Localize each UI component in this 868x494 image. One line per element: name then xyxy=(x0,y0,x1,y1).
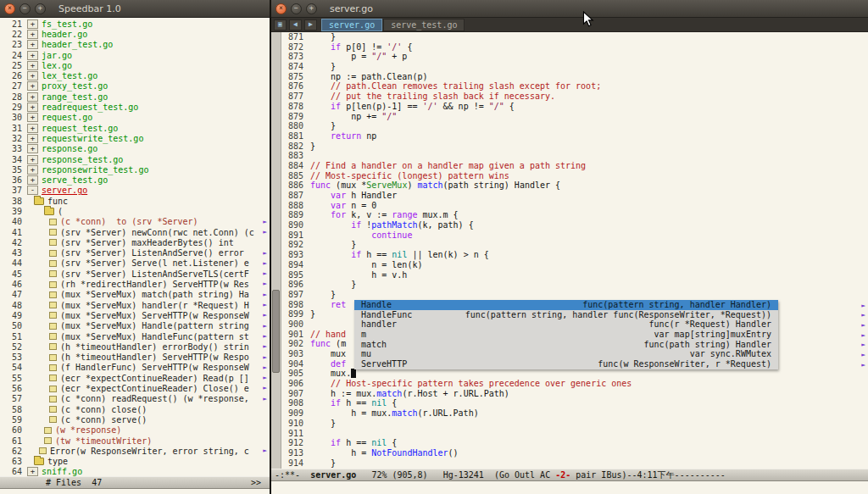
tag-label[interactable]: (srv *Server) ListenAndServe() error xyxy=(60,248,244,258)
speedbar-file-row[interactable]: 32+requestwrite_test.go xyxy=(0,133,270,143)
completion-item[interactable]: muvar sync.RWMutex xyxy=(354,349,778,359)
speedbar-file-row[interactable]: 27+proxy_test.go xyxy=(0,81,270,92)
code-line[interactable]: 911 xyxy=(281,429,868,439)
speedbar-tag-row[interactable]: 50(mux *ServeMux) Handle(pattern string► xyxy=(0,321,270,331)
tag-label[interactable]: (srv *Server) maxHeaderBytes() int xyxy=(60,238,234,247)
tab-scroll-right-button[interactable]: ▶ xyxy=(304,19,317,31)
file-name[interactable]: header.go xyxy=(42,30,87,39)
speedbar-file-row[interactable]: 21+fs_test.go xyxy=(0,19,270,29)
tag-label[interactable]: (w *response) xyxy=(55,425,121,435)
file-name[interactable]: jar.go xyxy=(42,51,72,60)
code-line[interactable]: 881 return np xyxy=(281,131,868,142)
speedbar-file-row[interactable]: 30+request.go xyxy=(0,113,270,123)
tag-label[interactable]: (ecr *expectContinueReader) Read(p [] xyxy=(60,374,249,383)
tag-label[interactable]: type xyxy=(47,457,68,466)
code-line[interactable]: 895 h = v.h xyxy=(281,270,868,280)
speedbar-tag-row[interactable]: 53(h *timeoutHandler) ServeHTTP(w Respo► xyxy=(0,352,270,363)
speedbar-scroll-right-button[interactable]: >> xyxy=(251,478,261,487)
scrollbar-thumb[interactable] xyxy=(272,290,280,373)
file-name[interactable]: readrequest_test.go xyxy=(42,103,138,112)
speedbar-tag-row[interactable]: 41(srv *Server) newConn(rwc net.Conn) (c… xyxy=(0,227,270,237)
speedbar-tag-row[interactable]: 44(srv *Server) Serve(l net.Listener) e► xyxy=(0,258,270,269)
code-line[interactable]: 910 } xyxy=(281,419,868,429)
file-name[interactable]: requestwrite_test.go xyxy=(42,134,143,143)
tag-label[interactable]: (c *conn) readRequest() (w *response, xyxy=(60,394,249,403)
code-line[interactable]: 892 } xyxy=(281,240,868,250)
code-line[interactable]: 872 if p[0] != '/' { xyxy=(281,42,868,53)
tag-label[interactable]: (c *conn) serve() xyxy=(60,415,147,425)
speedbar-file-row[interactable]: 36+serve_test.go xyxy=(0,175,270,185)
tag-label[interactable]: (mux *ServeMux) match(path string) Ha xyxy=(60,290,249,299)
tag-label[interactable]: (mux *ServeMux) handler(r *Request) H xyxy=(60,301,249,310)
maximize-button[interactable]: + xyxy=(306,3,317,14)
speedbar-file-row[interactable]: 24+jar.go xyxy=(0,50,270,60)
file-name[interactable]: proxy_test.go xyxy=(42,81,108,91)
code-line[interactable]: 890 if !pathMatch(k, path) { xyxy=(281,220,868,230)
tag-label[interactable]: (f HandlerFunc) ServeHTTP(w ResponseW xyxy=(60,363,249,372)
tab-scroll-left-button[interactable]: ◀ xyxy=(289,19,302,31)
speedbar-file-row[interactable]: 23+header_test.go xyxy=(0,40,270,50)
speedbar-file-row[interactable]: 25+lex.go xyxy=(0,60,270,70)
speedbar-file-row[interactable]: 37-server.go xyxy=(0,186,270,196)
completion-item[interactable]: handlerfunc(r *Request) Handler xyxy=(354,319,778,330)
tab-serve_test.go[interactable]: serve_test.go xyxy=(383,19,465,31)
tag-label[interactable]: (ecr *expectContinueReader) Close() e xyxy=(60,384,249,393)
speedbar-tag-row[interactable]: 47(mux *ServeMux) match(path string) Ha► xyxy=(0,290,270,300)
expand-toggle-button[interactable]: + xyxy=(27,155,38,164)
expand-toggle-button[interactable]: + xyxy=(27,40,38,49)
code-line[interactable]: 885// Most-specific (longest) pattern wi… xyxy=(281,171,868,181)
speedbar-tag-row[interactable]: 52(h *timeoutHandler) errorBody() strin► xyxy=(0,341,270,352)
code-line[interactable]: 891 continue xyxy=(281,230,868,241)
speedbar-tag-row[interactable]: 49(mux *ServeMux) ServeHTTP(w ResponseW► xyxy=(0,310,270,320)
file-name[interactable]: sniff.go xyxy=(42,467,82,476)
close-button[interactable]: × xyxy=(275,3,287,14)
speedbar-file-row[interactable]: 28+range_test.go xyxy=(0,92,270,102)
minimize-button[interactable]: − xyxy=(19,3,31,14)
expand-toggle-button[interactable]: - xyxy=(27,186,38,195)
speedbar-file-row[interactable]: 22+header.go xyxy=(0,29,270,39)
speedbar-tag-row[interactable]: 62Error(w ResponseWriter, error string, … xyxy=(0,446,270,456)
expand-toggle-button[interactable]: + xyxy=(27,61,38,70)
speedbar-tag-row[interactable]: 60(w *response) xyxy=(0,425,270,436)
tag-label[interactable]: (mux *ServeMux) Handle(pattern string xyxy=(60,321,249,330)
file-name[interactable]: request_test.go xyxy=(42,124,118,133)
code-line[interactable]: 905 mux. xyxy=(281,369,868,379)
expand-toggle-button[interactable]: + xyxy=(27,124,38,133)
speedbar-tag-row[interactable]: 55(ecr *expectContinueReader) Read(p []► xyxy=(0,373,270,383)
expand-toggle-button[interactable]: + xyxy=(27,81,38,91)
file-name[interactable]: response_test.go xyxy=(42,155,123,164)
tag-label[interactable]: (rh *redirectHandler) ServeHTTP(w Res xyxy=(60,280,249,289)
speedbar-tag-row[interactable]: 61(tw *timeoutWriter) xyxy=(0,436,270,446)
code-line[interactable]: 914 } xyxy=(281,458,868,469)
code-line[interactable]: 913 h = NotFoundHandler() xyxy=(281,448,868,458)
tag-label[interactable]: (h *timeoutHandler) errorBody() strin xyxy=(60,342,249,352)
code-line[interactable]: 879 np += "/" xyxy=(281,112,868,122)
minimize-button[interactable]: − xyxy=(291,3,302,14)
tag-label[interactable]: Error(w ResponseWriter, error string, c xyxy=(50,447,249,456)
speedbar-tag-row[interactable]: 56(ecr *expectContinueReader) Close() e► xyxy=(0,383,270,393)
code-line[interactable]: 884// Find a handler on a handler map gi… xyxy=(281,161,868,171)
file-name[interactable]: lex_test.go xyxy=(42,71,97,80)
expand-toggle-button[interactable]: + xyxy=(27,51,38,60)
code-area[interactable]: 871 }872 if p[0] != '/' {873 p = "/" + p… xyxy=(281,32,868,469)
speedbar-tag-row[interactable]: 42(srv *Server) maxHeaderBytes() int xyxy=(0,237,270,247)
tag-label[interactable]: (c *conn) to (srv *Server) xyxy=(60,217,198,226)
speedbar-tag-row[interactable]: 39( xyxy=(0,206,270,216)
speedbar-tag-row[interactable]: 57(c *conn) readRequest() (w *response,► xyxy=(0,394,270,404)
code-line[interactable]: 896 } xyxy=(281,280,868,290)
code-line[interactable]: 908 if h == nil { xyxy=(281,398,868,408)
code-line[interactable]: 874 } xyxy=(281,62,868,72)
expand-toggle-button[interactable]: + xyxy=(27,113,38,122)
file-name[interactable]: responsewrite_test.go xyxy=(42,165,148,175)
expand-toggle-button[interactable]: + xyxy=(27,467,38,476)
code-line[interactable]: 882} xyxy=(281,142,868,152)
code-line[interactable]: 887 var h Handler xyxy=(281,191,868,201)
file-name[interactable]: range_test.go xyxy=(42,92,108,102)
tag-label[interactable]: (mux *ServeMux) HandleFunc(pattern st xyxy=(60,332,249,341)
file-name[interactable]: serve_test.go xyxy=(42,175,108,185)
expand-toggle-button[interactable]: + xyxy=(27,30,38,39)
code-line[interactable]: 894 n = len(k) xyxy=(281,260,868,270)
speedbar-file-row[interactable]: 26+lex_test.go xyxy=(0,70,270,80)
tag-label[interactable]: (srv *Server) Serve(l net.Listener) e xyxy=(60,258,249,268)
speedbar-file-row[interactable]: 33+response.go xyxy=(0,144,270,154)
